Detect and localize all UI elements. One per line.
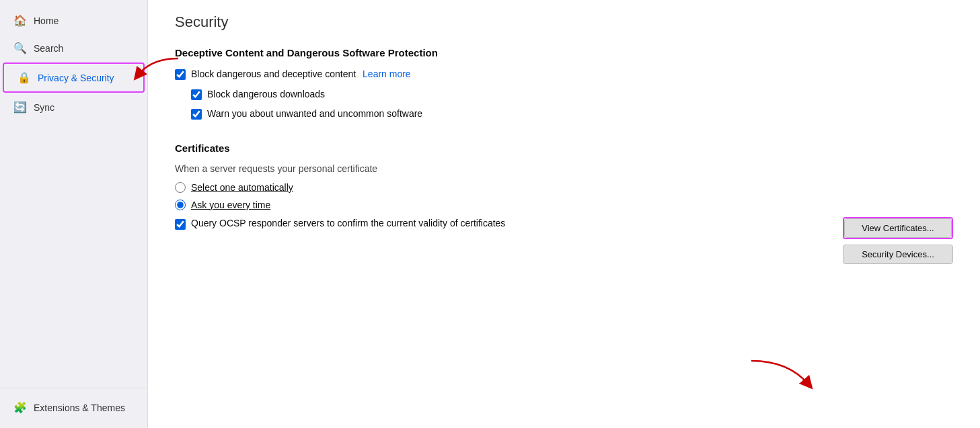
- ask-every-time-label: Ask you every time: [191, 200, 270, 210]
- page-title: Security: [175, 13, 953, 31]
- sidebar-item-search-label: Search: [34, 43, 63, 54]
- sidebar-item-extensions[interactable]: 🧩 Extensions & Themes: [3, 394, 145, 421]
- learn-more-link[interactable]: Learn more: [363, 69, 411, 79]
- sidebar-item-privacy-security[interactable]: 🔒 Privacy & Security: [7, 65, 141, 91]
- select-auto-radio[interactable]: [175, 182, 186, 193]
- extensions-icon: 🧩: [13, 401, 27, 414]
- sidebar-bottom: 🧩 Extensions & Themes: [0, 388, 147, 421]
- ocsp-row: Query OCSP responder servers to confirm …: [175, 217, 646, 230]
- sidebar-item-sync[interactable]: 🔄 Sync: [3, 94, 145, 120]
- annotation-arrow-certs: [748, 357, 815, 404]
- ocsp-checkbox[interactable]: [175, 219, 186, 230]
- radio-row-select-auto: Select one automatically: [175, 182, 953, 193]
- checkbox-row-warn-software: Warn you about unwanted and uncommon sof…: [191, 108, 953, 121]
- bottom-row: Query OCSP responder servers to confirm …: [175, 217, 953, 264]
- sync-icon: 🔄: [13, 101, 27, 114]
- warn-unwanted-software-checkbox[interactable]: [191, 109, 202, 120]
- home-icon: 🏠: [13, 14, 27, 27]
- sidebar-item-search[interactable]: 🔍 Search: [3, 35, 145, 61]
- sidebar-item-privacy-label: Privacy & Security: [38, 73, 114, 83]
- view-certs-wrapper: View Certificates...: [843, 217, 953, 239]
- block-dangerous-downloads-checkbox[interactable]: [191, 89, 202, 100]
- ocsp-label: Query OCSP responder servers to confirm …: [191, 217, 505, 230]
- section-deceptive-content: Deceptive Content and Dangerous Software…: [175, 47, 953, 121]
- sidebar: 🏠 Home 🔍 Search 🔒 Privacy & Security 🔄 S…: [0, 0, 148, 428]
- sidebar-item-home-label: Home: [34, 15, 59, 26]
- sidebar-item-home[interactable]: 🏠 Home: [3, 7, 145, 34]
- cert-description: When a server requests your personal cer…: [175, 163, 953, 174]
- section-title-deceptive: Deceptive Content and Dangerous Software…: [175, 47, 953, 58]
- section-certificates: Certificates When a server requests your…: [175, 142, 953, 264]
- block-downloads-label: Block dangerous downloads: [207, 88, 325, 101]
- sidebar-item-extensions-label: Extensions & Themes: [34, 402, 125, 413]
- radio-row-ask-every-time: Ask you every time: [175, 200, 953, 210]
- buttons-column: View Certificates... Security Devices...: [843, 217, 953, 264]
- sub-checkboxes: Block dangerous downloads Warn you about…: [191, 88, 953, 121]
- block-dangerous-content-label: Block dangerous and deceptive content Le…: [191, 68, 411, 81]
- view-certificates-button[interactable]: View Certificates...: [844, 218, 952, 238]
- main-content: Security Deceptive Content and Dangerous…: [148, 0, 980, 428]
- radio-group-certificates: Select one automatically Ask you every t…: [175, 182, 953, 210]
- section-title-certificates: Certificates: [175, 142, 953, 154]
- ask-every-time-radio[interactable]: [175, 200, 186, 210]
- search-icon: 🔍: [13, 42, 27, 54]
- select-auto-label: Select one automatically: [191, 182, 293, 193]
- block-dangerous-content-checkbox[interactable]: [175, 69, 186, 80]
- security-devices-button[interactable]: Security Devices...: [843, 245, 953, 264]
- checkbox-row-block-downloads: Block dangerous downloads: [191, 88, 953, 101]
- sidebar-item-sync-label: Sync: [34, 102, 54, 113]
- warn-software-label: Warn you about unwanted and uncommon sof…: [207, 108, 422, 121]
- checkbox-row-block-dangerous: Block dangerous and deceptive content Le…: [175, 68, 953, 81]
- lock-icon: 🔒: [17, 71, 31, 84]
